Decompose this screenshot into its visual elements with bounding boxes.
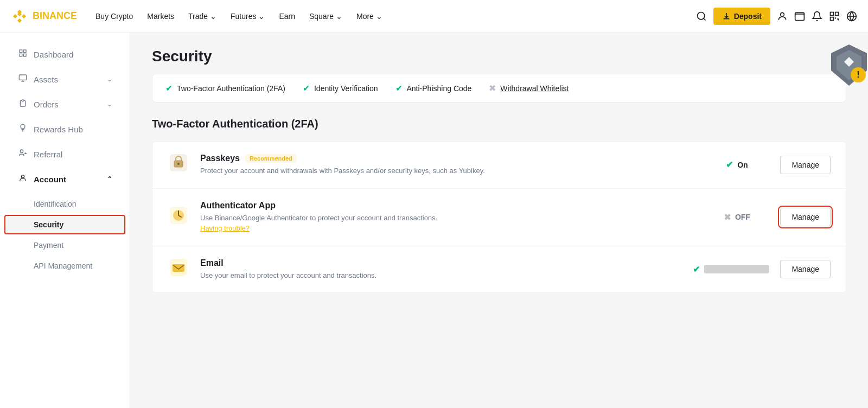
email-address-blur [704, 265, 769, 273]
svg-rect-16 [20, 54, 22, 56]
sidebar-item-dashboard[interactable]: Dashboard [4, 42, 125, 66]
passkeys-badge: Recommended [245, 154, 297, 163]
main-content: Security ✔ Two-Factor Authentication (2F… [130, 33, 868, 408]
email-body: Email Use your email to protect your acc… [200, 258, 682, 281]
nav-buy-crypto[interactable]: Buy Crypto [90, 8, 138, 25]
scan-button[interactable] [829, 11, 840, 22]
status-antiphishing-label: Anti-Phishing Code [407, 84, 472, 93]
orders-icon [17, 99, 28, 110]
sidebar-label-dashboard: Dashboard [34, 50, 73, 59]
svg-marker-2 [22, 14, 26, 18]
account-sub-menu: Identification Security Payment API Mana… [0, 192, 130, 278]
svg-rect-9 [831, 12, 834, 15]
deposit-button[interactable]: Deposit [713, 8, 770, 25]
email-manage-button[interactable]: Manage [780, 260, 831, 278]
wallet-button[interactable] [794, 11, 805, 22]
sidebar-label-account: Account [34, 175, 66, 184]
status-antiphishing: ✔ Anti-Phishing Code [395, 83, 472, 93]
sidebar-item-referral[interactable]: Referral [4, 142, 125, 166]
passkeys-status: ✔ On [704, 160, 769, 170]
profile-button[interactable] [777, 11, 788, 22]
svg-rect-30 [173, 264, 184, 272]
svg-rect-14 [20, 50, 22, 53]
rewards-icon [17, 124, 28, 135]
svg-point-26 [177, 163, 180, 165]
globe-icon [846, 11, 857, 22]
passkeys-status-text: On [737, 161, 748, 169]
svg-point-22 [20, 150, 23, 152]
main-layout: Dashboard Assets ⌄ Orders ⌄ Rewards Hub [0, 33, 868, 408]
authenticator-trouble-link[interactable]: Having trouble? [200, 224, 250, 232]
sidebar-item-identification[interactable]: Identification [4, 194, 125, 214]
svg-rect-15 [23, 50, 26, 53]
search-button[interactable] [696, 11, 707, 22]
passkeys-manage-button[interactable]: Manage [780, 156, 831, 174]
passkeys-icon [168, 154, 189, 175]
sidebar-label-referral: Referral [34, 150, 62, 159]
status-2fa: ✔ Two-Factor Authentication (2FA) [165, 83, 285, 93]
email-icon [168, 259, 189, 280]
globe-button[interactable] [846, 11, 857, 22]
dashboard-icon [17, 49, 28, 60]
passkeys-name: Passkeys [200, 154, 240, 163]
assets-chevron: ⌄ [107, 75, 112, 83]
svg-rect-10 [835, 12, 839, 15]
email-name: Email [200, 258, 224, 268]
notifications-button[interactable] [812, 11, 822, 22]
svg-point-21 [21, 124, 25, 129]
security-cards-container: Passkeys Recommended Protect your accoun… [152, 141, 846, 293]
bell-icon [812, 11, 822, 22]
sidebar-label-orders: Orders [34, 100, 59, 109]
passkeys-status-icon: ✔ [726, 160, 733, 170]
nav-more[interactable]: More ⌄ [351, 8, 388, 25]
security-status-bar: ✔ Two-Factor Authentication (2FA) ✔ Iden… [152, 74, 846, 103]
nav-square[interactable]: Square ⌄ [304, 8, 348, 25]
authenticator-title: Authenticator App [200, 201, 693, 211]
payment-label: Payment [34, 241, 63, 250]
sidebar-item-account[interactable]: Account ⌃ [4, 167, 125, 191]
email-status: ✔ [693, 264, 769, 275]
status-whitelist-label[interactable]: Withdrawal Whitelist [500, 84, 569, 93]
sidebar-item-rewards[interactable]: Rewards Hub [4, 117, 125, 141]
identification-label: Identification [34, 200, 76, 208]
status-antiphishing-icon: ✔ [395, 83, 403, 93]
sidebar-item-security[interactable]: Security [4, 215, 125, 234]
email-status-icon: ✔ [693, 264, 700, 275]
authenticator-name: Authenticator App [200, 201, 276, 211]
svg-rect-17 [23, 54, 26, 56]
authenticator-body: Authenticator App Use Binance/Google Aut… [200, 201, 693, 234]
authenticator-status-icon: ✖ [724, 212, 731, 222]
email-title: Email [200, 258, 682, 268]
binance-logo-icon [11, 8, 28, 25]
passkeys-body: Passkeys Recommended Protect your accoun… [200, 154, 693, 176]
assets-icon [17, 74, 28, 85]
passkeys-title: Passkeys Recommended [200, 154, 693, 163]
nav-earn[interactable]: Earn [273, 8, 301, 25]
nav-markets[interactable]: Markets [142, 8, 180, 25]
passkeys-row: Passkeys Recommended Protect your accoun… [152, 142, 846, 189]
nav-trade[interactable]: Trade ⌄ [183, 8, 222, 25]
sidebar-item-payment[interactable]: Payment [4, 235, 125, 255]
authenticator-icon [168, 207, 189, 228]
scan-icon [829, 11, 840, 22]
status-identity-icon: ✔ [303, 83, 310, 93]
account-chevron: ⌃ [107, 175, 112, 183]
deposit-icon [722, 12, 731, 21]
nav-right: Deposit [696, 8, 857, 25]
svg-line-6 [704, 18, 706, 20]
logo[interactable]: BINANCE [11, 8, 77, 25]
sidebar-item-api[interactable]: API Management [4, 256, 125, 276]
svg-point-23 [21, 175, 24, 178]
top-navigation: BINANCE Buy Crypto Markets Trade ⌄ Futur… [0, 0, 868, 33]
svg-rect-11 [831, 17, 834, 20]
sidebar-item-orders[interactable]: Orders ⌄ [4, 92, 125, 116]
authenticator-manage-button[interactable]: Manage [780, 208, 831, 226]
nav-futures[interactable]: Futures ⌄ [225, 8, 270, 25]
status-whitelist[interactable]: ✖ Withdrawal Whitelist [489, 83, 569, 93]
svg-rect-8 [795, 14, 805, 20]
sidebar-item-assets[interactable]: Assets ⌄ [4, 67, 125, 91]
sidebar-label-rewards: Rewards Hub [34, 125, 83, 134]
status-2fa-label: Two-Factor Authentication (2FA) [177, 84, 285, 93]
nav-links: Buy Crypto Markets Trade ⌄ Futures ⌄ Ear… [90, 8, 683, 25]
logo-text: BINANCE [33, 10, 77, 22]
